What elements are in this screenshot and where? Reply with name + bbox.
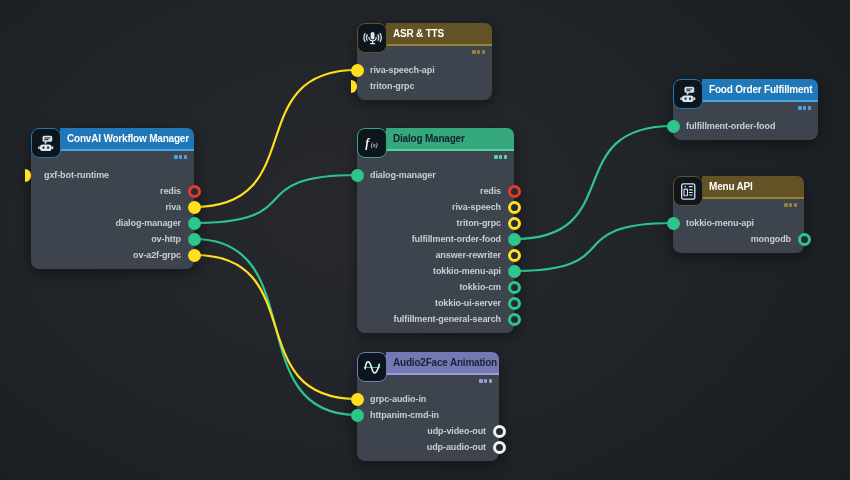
node-dialog-manager[interactable]: f (x)Dialog Managerdialog-managerredisri… (357, 128, 514, 333)
port-label: riva-speech-api (370, 65, 435, 75)
port-connector-mongodb[interactable] (798, 233, 811, 246)
port-ov-http: ov-http (31, 231, 194, 247)
node-layer: ConvAI Workflow Managergxf-bot-runtimere… (0, 0, 850, 480)
port-label: mongodb (751, 234, 791, 244)
port-label: dialog-manager (370, 170, 436, 180)
robot-chat-icon (673, 79, 703, 109)
ellipsis-icon[interactable] (479, 379, 492, 382)
port-label: triton-grpc (457, 218, 501, 228)
port-fulfillment-general-search: fulfillment-general-search (357, 311, 514, 327)
node-header[interactable]: Food Order Fulfillment (702, 79, 818, 102)
port-dialog-manager: dialog-manager (357, 167, 514, 183)
port-connector-fulfillment-general-search[interactable] (508, 313, 521, 326)
port-gxf-bot-runtime: gxf-bot-runtime (31, 167, 194, 183)
port-connector-gxf-bot-runtime[interactable] (25, 169, 32, 182)
port-ov-a2f-grpc: ov-a2f-grpc (31, 247, 194, 263)
port-label: gxf-bot-runtime (44, 170, 109, 180)
port-connector-tokkio-menu-api[interactable] (667, 217, 680, 230)
port-label: redis (480, 186, 501, 196)
port-tokkio-menu-api: tokkio-menu-api (357, 263, 514, 279)
port-connector-triton-grpc[interactable] (351, 80, 358, 93)
port-label: redis (160, 186, 181, 196)
node-title: Dialog Manager (393, 133, 465, 144)
node-header[interactable]: Menu API (702, 176, 804, 199)
port-tokkio-menu-api: tokkio-menu-api (673, 215, 804, 231)
node-convai-workflow-manager[interactable]: ConvAI Workflow Managergxf-bot-runtimere… (31, 128, 194, 269)
node-header[interactable]: ASR & TTS (386, 23, 492, 46)
port-tokkio-ui-server: tokkio-ui-server (357, 295, 514, 311)
port-riva: riva (31, 199, 194, 215)
port-triton-grpc: triton-grpc (357, 215, 514, 231)
port-connector-riva-speech[interactable] (508, 201, 521, 214)
node-title: Audio2Face Animation (393, 357, 497, 368)
port-label: ov-a2f-grpc (133, 250, 181, 260)
node-asr-tts[interactable]: ASR & TTSriva-speech-apitriton-grpc (357, 23, 492, 100)
port-dialog-manager: dialog-manager (31, 215, 194, 231)
node-title: ConvAI Workflow Manager (67, 133, 189, 144)
robot-chat-icon (31, 128, 61, 158)
ellipsis-icon[interactable] (472, 50, 485, 53)
port-connector-tokkio-cm[interactable] (508, 281, 521, 294)
port-connector-httpanim-cmd-in[interactable] (351, 409, 364, 422)
port-label: fulfillment-order-food (686, 121, 775, 131)
ellipsis-icon[interactable] (798, 106, 811, 109)
port-label: tokkio-cm (459, 282, 501, 292)
port-connector-dialog-manager[interactable] (351, 169, 364, 182)
node-header[interactable]: Audio2Face Animation (386, 352, 499, 375)
port-redis: redis (357, 183, 514, 199)
port-connector-udp-video-out[interactable] (493, 425, 506, 438)
port-answer-rewriter: answer-rewriter (357, 247, 514, 263)
port-label: dialog-manager (115, 218, 181, 228)
port-label: udp-audio-out (427, 442, 486, 452)
port-label: triton-grpc (370, 81, 414, 91)
port-connector-riva[interactable] (188, 201, 201, 214)
node-food-order-fulfillment[interactable]: Food Order Fulfillmentfulfillment-order-… (673, 79, 818, 140)
node-body: tokkio-menu-apimongodb (673, 199, 804, 253)
port-label: riva (165, 202, 181, 212)
node-body: riva-speech-apitriton-grpc (357, 46, 492, 100)
port-riva-speech-api: riva-speech-api (357, 62, 492, 78)
port-connector-fulfillment-order-food[interactable] (667, 120, 680, 133)
port-fulfillment-order-food: fulfillment-order-food (673, 118, 818, 134)
port-connector-triton-grpc[interactable] (508, 217, 521, 230)
node-graph-canvas[interactable]: ConvAI Workflow Managergxf-bot-runtimere… (0, 0, 850, 480)
port-connector-riva-speech-api[interactable] (351, 64, 364, 77)
port-connector-udp-audio-out[interactable] (493, 441, 506, 454)
port-label: fulfillment-general-search (394, 314, 501, 324)
port-mongodb: mongodb (673, 231, 804, 247)
ellipsis-icon[interactable] (784, 203, 797, 206)
port-connector-redis[interactable] (508, 185, 521, 198)
port-connector-tokkio-ui-server[interactable] (508, 297, 521, 310)
node-header[interactable]: ConvAI Workflow Manager (60, 128, 194, 151)
port-udp-video-out: udp-video-out (357, 423, 499, 439)
node-title: Food Order Fulfillment (709, 84, 812, 95)
port-connector-dialog-manager[interactable] (188, 217, 201, 230)
port-connector-ov-http[interactable] (188, 233, 201, 246)
svg-text:f: f (365, 136, 370, 150)
port-triton-grpc: triton-grpc (357, 78, 492, 94)
port-connector-redis[interactable] (188, 185, 201, 198)
fx-icon: f (x) (357, 128, 387, 158)
node-body: grpc-audio-inhttpanim-cmd-inudp-video-ou… (357, 375, 499, 461)
svg-text:(x): (x) (371, 141, 378, 149)
ellipsis-icon[interactable] (494, 155, 507, 158)
port-connector-answer-rewriter[interactable] (508, 249, 521, 262)
node-title: Menu API (709, 181, 753, 192)
menu-doc-icon (673, 176, 703, 206)
port-grpc-audio-in: grpc-audio-in (357, 391, 499, 407)
port-httpanim-cmd-in: httpanim-cmd-in (357, 407, 499, 423)
port-connector-ov-a2f-grpc[interactable] (188, 249, 201, 262)
port-connector-grpc-audio-in[interactable] (351, 393, 364, 406)
port-tokkio-cm: tokkio-cm (357, 279, 514, 295)
port-connector-fulfillment-order-food[interactable] (508, 233, 521, 246)
node-menu-api[interactable]: Menu APItokkio-menu-apimongodb (673, 176, 804, 253)
port-udp-audio-out: udp-audio-out (357, 439, 499, 455)
sine-wave-icon (357, 352, 387, 382)
ellipsis-icon[interactable] (174, 155, 187, 158)
node-title: ASR & TTS (393, 28, 444, 39)
node-header[interactable]: Dialog Manager (386, 128, 514, 151)
node-audio2face-animation[interactable]: Audio2Face Animationgrpc-audio-inhttpani… (357, 352, 499, 461)
port-label: ov-http (151, 234, 181, 244)
port-label: tokkio-menu-api (686, 218, 754, 228)
port-connector-tokkio-menu-api[interactable] (508, 265, 521, 278)
